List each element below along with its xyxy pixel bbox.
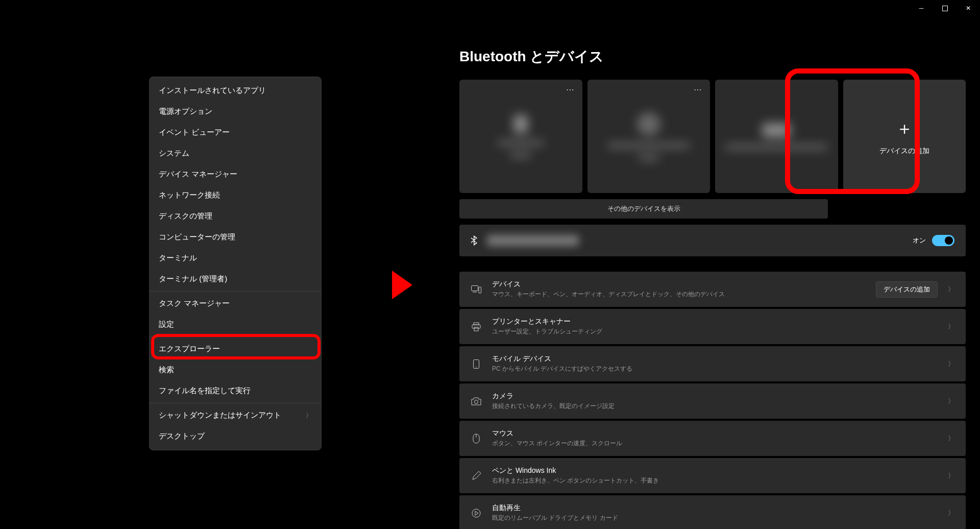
- printer-icon: [471, 322, 482, 331]
- chevron-right-icon: 〉: [948, 322, 954, 331]
- svg-rect-4: [474, 323, 479, 325]
- setting-desc: 右利きまたは左利き、ペン ボタンのショートカット、手書き: [492, 476, 948, 485]
- ctx-separator: [150, 403, 321, 403]
- setting-title: モバイル デバイス: [492, 354, 948, 364]
- svg-point-12: [472, 509, 480, 517]
- add-device-label: デバイスの追加: [879, 147, 929, 156]
- ctx-disk-management[interactable]: ディスクの管理: [150, 206, 321, 227]
- ctx-event-viewer[interactable]: イベント ビューアー: [150, 122, 321, 143]
- setting-desc: ボタン、マウス ポインターの速度、スクロール: [492, 439, 948, 448]
- close-icon: ✕: [966, 5, 971, 12]
- svg-point-9: [475, 400, 478, 403]
- setting-row-mobile[interactable]: モバイル デバイス PC からモバイル デバイスにすばやくアクセスする 〉: [459, 346, 966, 381]
- ctx-item-label: シャットダウンまたはサインアウト: [159, 411, 281, 419]
- ctx-shutdown-signout[interactable]: シャットダウンまたはサインアウト 〉: [150, 405, 321, 426]
- setting-desc: 接続されているカメラ、既定のイメージ設定: [492, 402, 948, 411]
- page-title: Bluetooth とデバイス: [459, 47, 966, 66]
- ctx-search[interactable]: 検索: [150, 359, 321, 380]
- chevron-right-icon: 〉: [948, 285, 954, 294]
- bluetooth-name-blurred: [487, 235, 579, 246]
- device-tiles-row: ⋯ ⋯ ＋ デバイスの追加: [459, 80, 966, 193]
- device-tile-2[interactable]: ⋯: [587, 80, 710, 193]
- setting-title: ペンと Windows Ink: [492, 466, 948, 475]
- svg-rect-0: [942, 6, 947, 11]
- window-controls: ─ ✕: [910, 0, 980, 16]
- setting-desc: マウス、キーボード、ペン、オーディオ、ディスプレイとドック、その他のデバイス: [492, 290, 876, 299]
- ctx-network-connections[interactable]: ネットワーク接続: [150, 185, 321, 206]
- chevron-right-icon: 〉: [948, 509, 954, 518]
- device-tile-blurred-content: [618, 106, 679, 167]
- device-tile-1[interactable]: ⋯: [459, 80, 582, 193]
- ctx-computer-management[interactable]: コンピューターの管理: [150, 227, 321, 248]
- devices-icon: [471, 285, 482, 294]
- device-tile-3[interactable]: [715, 80, 838, 193]
- setting-desc: 既定のリムーバブル ドライブとメモリ カード: [492, 514, 948, 522]
- add-device-tile[interactable]: ＋ デバイスの追加: [843, 80, 966, 193]
- minimize-icon: ─: [919, 5, 924, 12]
- winx-context-menu: インストールされているアプリ 電源オプション イベント ビューアー システム デ…: [149, 77, 322, 450]
- maximize-button[interactable]: [933, 0, 957, 16]
- setting-row-pen[interactable]: ペンと Windows Ink 右利きまたは左利き、ペン ボタンのショートカット…: [459, 458, 966, 493]
- chevron-right-icon: 〉: [948, 359, 954, 369]
- camera-icon: [471, 397, 482, 405]
- setting-desc: ユーザー設定、トラブルシューティング: [492, 327, 948, 336]
- device-tile-blurred-content: [490, 106, 551, 167]
- ctx-terminal-admin[interactable]: ターミナル (管理者): [150, 269, 321, 290]
- settings-bluetooth-devices-page: Bluetooth とデバイス ⋯ ⋯ ＋ デバイスの追加 その他のデバイスを表…: [459, 47, 966, 529]
- more-icon[interactable]: ⋯: [566, 85, 575, 94]
- svg-rect-1: [472, 285, 478, 291]
- ctx-system[interactable]: システム: [150, 143, 321, 164]
- add-device-button[interactable]: デバイスの追加: [876, 281, 938, 298]
- maximize-icon: [942, 6, 948, 11]
- pen-icon: [471, 471, 482, 480]
- chevron-right-icon: 〉: [948, 471, 954, 480]
- chevron-right-icon: 〉: [306, 411, 312, 420]
- ctx-device-manager[interactable]: デバイス マネージャー: [150, 164, 321, 185]
- setting-desc: PC からモバイル デバイスにすばやくアクセスする: [492, 365, 948, 373]
- setting-row-printers[interactable]: プリンターとスキャナー ユーザー設定、トラブルシューティング 〉: [459, 309, 966, 344]
- bluetooth-toggle[interactable]: [932, 235, 954, 246]
- ctx-settings[interactable]: 設定: [150, 314, 321, 335]
- svg-rect-3: [479, 287, 481, 293]
- ctx-terminal[interactable]: ターミナル: [150, 248, 321, 269]
- setting-title: 自動再生: [492, 503, 948, 513]
- ctx-installed-apps[interactable]: インストールされているアプリ: [150, 80, 321, 101]
- ctx-separator: [150, 336, 321, 337]
- mobile-icon: [471, 359, 482, 369]
- mouse-icon: [471, 434, 482, 444]
- ctx-desktop[interactable]: デスクトップ: [150, 426, 321, 447]
- toggle-on-label: オン: [913, 236, 926, 245]
- svg-point-8: [476, 367, 477, 368]
- ctx-power-options[interactable]: 電源オプション: [150, 101, 321, 122]
- setting-row-autoplay[interactable]: 自動再生 既定のリムーバブル ドライブとメモリ カード 〉: [459, 495, 966, 529]
- setting-title: カメラ: [492, 392, 948, 401]
- setting-row-camera[interactable]: カメラ 接続されているカメラ、既定のイメージ設定 〉: [459, 383, 966, 419]
- setting-row-mouse[interactable]: マウス ボタン、マウス ポインターの速度、スクロール 〉: [459, 421, 966, 456]
- setting-title: プリンターとスキャナー: [492, 317, 948, 326]
- ctx-run[interactable]: ファイル名を指定して実行: [150, 380, 321, 401]
- more-icon[interactable]: ⋯: [694, 85, 703, 94]
- ctx-separator: [150, 291, 321, 292]
- setting-title: マウス: [492, 429, 948, 438]
- plus-icon: ＋: [896, 117, 913, 140]
- autoplay-icon: [471, 509, 482, 518]
- show-more-devices-button[interactable]: その他のデバイスを表示: [459, 199, 828, 219]
- setting-title: デバイス: [492, 280, 876, 289]
- bluetooth-toggle-row: オン: [459, 225, 966, 256]
- svg-rect-6: [474, 327, 478, 331]
- setting-row-devices[interactable]: デバイス マウス、キーボード、ペン、オーディオ、ディスプレイとドック、その他のデ…: [459, 272, 966, 307]
- ctx-task-manager[interactable]: タスク マネージャー: [150, 293, 321, 314]
- chevron-right-icon: 〉: [948, 434, 954, 443]
- annotation-arrow-icon: [392, 271, 412, 299]
- svg-rect-2: [473, 292, 477, 292]
- ctx-explorer[interactable]: エクスプローラー: [150, 339, 321, 359]
- bluetooth-icon: [471, 235, 478, 246]
- device-tile-blurred-content: [746, 106, 807, 167]
- minimize-button[interactable]: ─: [910, 0, 933, 16]
- chevron-right-icon: 〉: [948, 397, 954, 406]
- svg-rect-5: [472, 325, 480, 328]
- close-button[interactable]: ✕: [957, 0, 980, 16]
